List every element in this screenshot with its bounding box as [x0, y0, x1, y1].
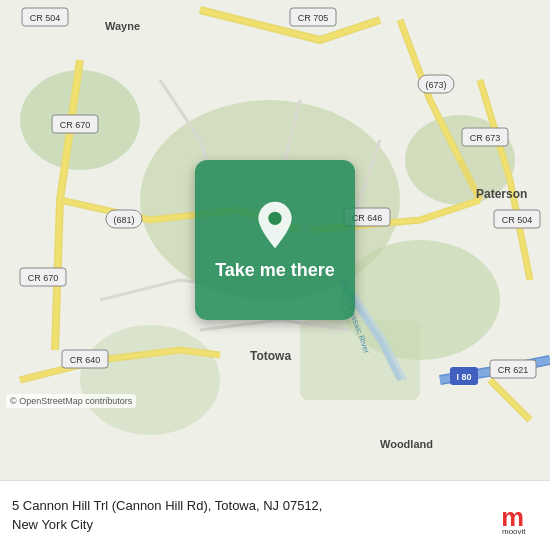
svg-point-36 [268, 211, 281, 224]
svg-text:CR 504: CR 504 [502, 215, 533, 225]
svg-text:CR 640: CR 640 [70, 355, 101, 365]
moovit-logo: m moovit [498, 496, 538, 536]
svg-text:Woodland: Woodland [380, 438, 433, 450]
svg-text:Totowa: Totowa [250, 349, 291, 363]
svg-text:Wayne: Wayne [105, 20, 140, 32]
svg-text:CR 673: CR 673 [470, 133, 501, 143]
address-text: 5 Cannon Hill Trl (Cannon Hill Rd), Toto… [12, 497, 488, 533]
svg-text:CR 646: CR 646 [352, 213, 383, 223]
svg-text:Paterson: Paterson [476, 187, 527, 201]
cta-label: Take me there [215, 260, 335, 281]
svg-text:(681): (681) [113, 215, 134, 225]
svg-text:I 80: I 80 [456, 372, 471, 382]
svg-text:CR 670: CR 670 [28, 273, 59, 283]
map-container: CR 504 Wayne CR 705 CR 670 (673) CR 673 … [0, 0, 550, 480]
cta-overlay[interactable]: Take me there [195, 160, 355, 320]
svg-point-4 [80, 325, 220, 435]
svg-text:CR 504: CR 504 [30, 13, 61, 23]
svg-text:moovit: moovit [502, 527, 526, 536]
location-pin-icon [250, 200, 300, 250]
info-bar: 5 Cannon Hill Trl (Cannon Hill Rd), Toto… [0, 480, 550, 550]
svg-text:CR 705: CR 705 [298, 13, 329, 23]
moovit-icon: m moovit [498, 496, 538, 536]
svg-text:CR 670: CR 670 [60, 120, 91, 130]
cta-button[interactable]: Take me there [195, 160, 355, 320]
svg-text:(673): (673) [425, 80, 446, 90]
osm-attribution: © OpenStreetMap contributors [6, 394, 136, 408]
svg-text:CR 621: CR 621 [498, 365, 529, 375]
address-block: 5 Cannon Hill Trl (Cannon Hill Rd), Toto… [12, 497, 488, 533]
